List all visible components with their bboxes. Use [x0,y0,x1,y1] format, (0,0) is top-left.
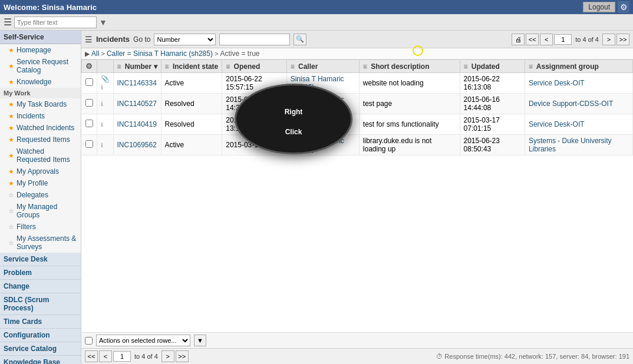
bottom-nav-next[interactable]: > [161,350,174,362]
sidebar-item-delegates[interactable]: Delegates [0,189,81,201]
sidebar-item-my-approvals[interactable]: My Approvals [0,166,81,177]
col-assignment[interactable]: ≡ Assignment group [525,60,632,73]
row-checkbox-cell [82,114,97,135]
row-assignment-cell: Service Desk-OIT [525,114,632,135]
list-icon[interactable]: ☰ [4,16,12,28]
sidebar-item-my-profile[interactable]: My Profile [0,177,81,189]
nav-next-button[interactable]: > [602,34,615,45]
sidebar-item-watched-requested[interactable]: Watched Requested Items [0,145,81,166]
row-checkbox[interactable] [85,140,93,148]
row-short-desc-cell: test page [359,94,460,114]
col-caller[interactable]: ≡ Caller [286,60,359,73]
sidebar-item-label: Knowledge [17,78,51,86]
col-opened[interactable]: ≡ Opened [222,60,286,73]
bottom-nav-last[interactable]: >> [176,350,189,362]
search-button[interactable]: 🔍 [294,34,306,45]
actions-select[interactable]: Actions on selected rowe... [96,335,190,346]
col-icon [97,60,113,73]
sidebar-item-filters[interactable]: Filters [0,221,81,233]
sidebar-item-requested-items[interactable]: Requested Items [0,134,81,145]
nav-first-button[interactable]: << [526,34,539,45]
caller-link[interactable]: Sinisa T Hamaric (sh285) [291,137,344,153]
gear-button[interactable]: ⚙ [618,1,629,13]
printer-button[interactable]: 🖨 [512,34,525,45]
page-input[interactable] [554,34,572,45]
filter-input[interactable] [14,16,97,28]
nav-prev-button[interactable]: < [540,34,553,45]
sidebar-section-knowledge-base[interactable]: Knowledge Base [0,356,81,364]
sidebar-section-configuration[interactable]: Configuration [0,329,81,342]
sidebar-section-label: Time Cards [4,317,42,326]
status-text: ⏱ Response time(ms): 442, network: 157, … [436,353,629,360]
incident-number-link[interactable]: INC1140419 [117,120,157,128]
assignment-link[interactable]: Systems - Duke University Libraries [529,137,612,153]
assignment-link[interactable]: Device Support-CDSS-OIT [529,100,613,108]
row-updated-cell: 2015-06-23 08:50:43 [460,135,525,155]
sidebar-item-incidents[interactable]: Incidents [0,110,81,122]
row-checkbox[interactable] [85,78,93,86]
incident-number-link[interactable]: INC1140527 [117,100,157,108]
bottom-page-input[interactable] [113,351,131,362]
sidebar-section-time-cards[interactable]: Time Cards [0,315,81,329]
sidebar-section-service-catalog[interactable]: Service Catalog [0,342,81,356]
top-bar-right: Logout ⚙ [583,1,629,13]
nav-last-button[interactable]: >> [616,34,629,45]
sidebar-section-label: Problem [4,269,32,277]
sidebar-item-knowledge[interactable]: Knowledge [0,76,81,88]
row-short-desc-cell: test for sms functionality [359,114,460,135]
row-short-desc-cell: library.duke.edu is not loading up [359,135,460,155]
info-icon: ℹ [101,84,103,91]
incidents-table: ⚙ ≡ Number ▾ ≡ Incident state ≡ Opened ≡… [81,59,633,155]
row-caller-cell: Sinisa T Hamaric (sh285) [286,94,359,114]
goto-select[interactable]: Number Short description Caller [154,34,216,45]
sidebar-section-label: Change [4,282,29,290]
sidebar-section-label: Service Desk [4,255,48,263]
sidebar-section-service-desk[interactable]: Service Desk [0,253,81,266]
sidebar-item-task-boards[interactable]: My Task Boards [0,98,81,110]
sidebar-item-label: My Managed Groups [17,203,77,219]
breadcrumb-caller[interactable]: Caller = Sinisa T Hamaric (sh285) [107,49,213,58]
row-opened-cell: 2015-03-12 08:... [222,135,286,155]
pagination-left: << < to 4 of 4 > >> [85,350,189,362]
page-info: to 4 of 4 [573,36,601,43]
actions-dropdown-button[interactable]: ▼ [194,335,206,346]
table-wrapper: ⚙ ≡ Number ▾ ≡ Incident state ≡ Opened ≡… [81,59,633,332]
col-short-desc[interactable]: ≡ Short description [359,60,460,73]
search-input[interactable] [219,34,290,45]
bottom-nav-first[interactable]: << [85,350,98,362]
sidebar-section-change[interactable]: Change [0,280,81,293]
caller-link[interactable]: Sinisa T Hamaric (sh285) [291,75,344,91]
info-icon: ℹ [101,121,103,128]
logout-button[interactable]: Logout [583,2,615,12]
sidebar-item-assessments[interactable]: My Assessments & Surveys [0,233,81,253]
filter-icon: ▼ [99,18,107,27]
row-checkbox[interactable] [85,120,93,127]
assignment-link[interactable]: Service Desk-OIT [529,120,585,128]
incident-number-link[interactable]: INC1069562 [117,141,157,149]
select-all-checkbox[interactable] [85,337,93,345]
sidebar-section-label: Service Catalog [4,345,57,353]
col-state[interactable]: ≡ Incident state [161,60,222,73]
sidebar-item-homepage[interactable]: Homepage [0,44,81,56]
breadcrumb-all[interactable]: All [91,49,99,58]
sidebar-item-watched-incidents[interactable]: Watched Incidents [0,122,81,134]
assignment-link[interactable]: Service Desk-OIT [529,79,585,87]
row-checkbox-cell [82,135,97,155]
sidebar-item-managed-groups[interactable]: My Managed Groups [0,201,81,221]
caller-link[interactable]: Sinisa T Hamaric (sh285) [291,116,344,133]
toolbar-list-icon[interactable]: ☰ [85,35,93,44]
sidebar-section-problem[interactable]: Problem [0,266,81,280]
bottom-nav-prev[interactable]: < [99,350,112,362]
col-number[interactable]: ≡ Number ▾ [113,60,161,73]
col-settings-icon[interactable]: ⚙ [85,62,93,71]
sidebar-item-label: Watched Requested Items [17,147,77,164]
row-state-cell: Resolved [161,94,222,114]
row-checkbox[interactable] [85,99,93,107]
caller-link[interactable]: Sinisa T Hamaric (sh285) [291,95,344,112]
row-caller-cell: Sinisa T Hamaric (sh285) [286,73,359,94]
incident-number-link[interactable]: INC1146334 [117,79,157,87]
sidebar-section-sdlc[interactable]: SDLC (Scrum Process) [0,293,81,315]
self-service-header[interactable]: Self-Service [0,31,81,44]
col-updated[interactable]: ≡ Updated [460,60,525,73]
sidebar-item-service-request[interactable]: Service Request Catalog [0,56,81,76]
